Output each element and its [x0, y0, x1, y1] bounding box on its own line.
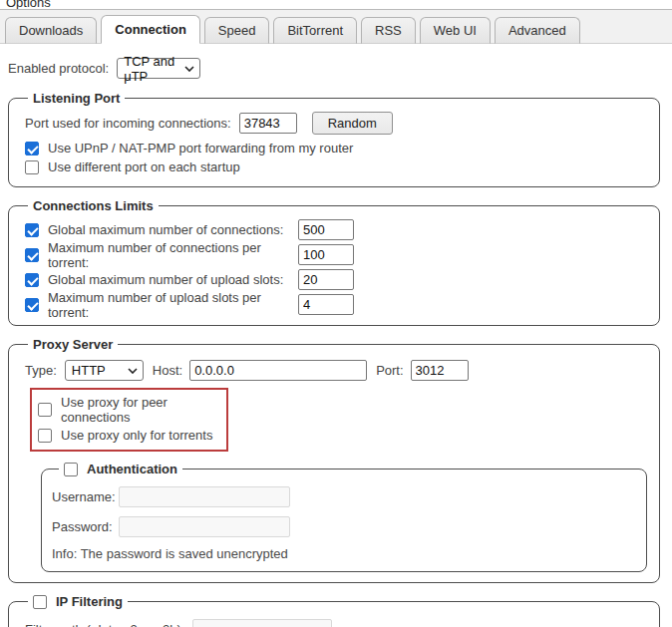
tab-bar: Downloads Connection Speed BitTorrent RS…: [0, 9, 672, 44]
proxy-username-input: [119, 486, 290, 507]
connections-limits-legend: Connections Limits: [28, 198, 159, 213]
proxy-port-input[interactable]: [411, 360, 469, 381]
ip-filtering-checkbox[interactable]: [33, 595, 47, 609]
chevron-down-icon: [184, 66, 194, 72]
proxy-options-highlight-box: Use proxy for peer connections Use proxy…: [30, 388, 228, 452]
limit-row-global-connections: Global maximum number of connections:: [25, 217, 649, 242]
password-info-text: Info: The password is saved unencrypted: [52, 546, 636, 561]
global-upload-slots-label: Global maximum number of upload slots:: [48, 272, 289, 287]
proxy-server-legend: Proxy Server: [28, 337, 118, 352]
tab-advanced[interactable]: Advanced: [495, 17, 580, 44]
ip-filtering-legend-label: IP Filtering: [56, 594, 123, 609]
connection-tab-panel: Enabled protocol: TCP and μTP Listening …: [0, 44, 672, 627]
tab-rss[interactable]: RSS: [361, 17, 416, 44]
proxy-only-torrents-label: Use proxy only for torrents: [61, 428, 212, 443]
random-port-button[interactable]: Random: [312, 112, 393, 135]
connections-limits-section: Connections Limits Global maximum number…: [8, 198, 660, 326]
different-port-checkbox[interactable]: [25, 160, 39, 174]
upnp-checkbox[interactable]: [25, 142, 39, 156]
window-title-bar: Options: [0, 0, 672, 9]
upnp-label: Use UPnP / NAT-PMP port forwarding from …: [48, 141, 353, 156]
limit-row-connections-per-torrent: Maximum number of connections per torren…: [25, 242, 649, 267]
proxy-peer-connections-checkbox[interactable]: [38, 403, 52, 417]
chevron-down-icon: [128, 368, 138, 374]
proxy-authentication-section: Authentication Username: Password: Info:…: [41, 462, 647, 572]
different-port-label: Use different port on each startup: [48, 159, 240, 174]
proxy-only-torrents-checkbox[interactable]: [38, 429, 52, 443]
connections-per-torrent-checkbox[interactable]: [25, 248, 39, 262]
limit-row-global-upload-slots: Global maximum number of upload slots:: [25, 267, 649, 292]
proxy-host-label: Host:: [153, 363, 182, 378]
tab-bittorrent[interactable]: BitTorrent: [273, 17, 357, 44]
global-upload-slots-input[interactable]: [298, 269, 354, 290]
authentication-checkbox[interactable]: [64, 463, 78, 476]
proxy-password-input: [119, 516, 290, 537]
tab-webui[interactable]: Web UI: [420, 17, 491, 44]
global-connections-checkbox[interactable]: [25, 223, 39, 237]
connections-per-torrent-label: Maximum number of connections per torren…: [48, 240, 289, 270]
limit-row-upload-slots-per-torrent: Maximum number of upload slots per torre…: [25, 292, 649, 317]
window-title: Options: [0, 0, 672, 9]
tab-connection[interactable]: Connection: [101, 15, 200, 44]
proxy-password-label: Password:: [52, 519, 119, 534]
proxy-server-section: Proxy Server Type: HTTP Host: Port: Use …: [8, 337, 660, 583]
incoming-port-label: Port used for incoming connections:: [25, 116, 231, 131]
listening-port-legend: Listening Port: [28, 91, 125, 106]
enabled-protocol-value: TCP and μTP: [124, 54, 176, 84]
authentication-legend-label: Authentication: [87, 462, 177, 476]
ip-filtering-legend: IP Filtering: [28, 594, 128, 609]
proxy-type-value: HTTP: [72, 363, 106, 378]
upload-slots-per-torrent-checkbox[interactable]: [25, 298, 39, 312]
ip-filtering-section: IP Filtering Filter path (.dat, .p2p, .p…: [8, 594, 660, 627]
proxy-type-label: Type:: [25, 363, 57, 378]
global-upload-slots-checkbox[interactable]: [25, 273, 39, 287]
enabled-protocol-label: Enabled protocol:: [8, 61, 109, 76]
proxy-username-label: Username:: [52, 489, 119, 504]
tab-speed[interactable]: Speed: [204, 17, 270, 44]
enabled-protocol-select[interactable]: TCP and μTP: [117, 58, 200, 79]
proxy-type-select[interactable]: HTTP: [65, 360, 144, 381]
tab-downloads[interactable]: Downloads: [5, 17, 97, 44]
proxy-host-input[interactable]: [189, 360, 367, 381]
incoming-port-input[interactable]: [239, 113, 297, 134]
connections-per-torrent-input[interactable]: [298, 244, 354, 265]
filter-path-label: Filter path (.dat, .p2p, .p2b):: [25, 622, 184, 627]
proxy-authentication-legend: Authentication: [59, 462, 182, 476]
upload-slots-per-torrent-input[interactable]: [298, 294, 354, 315]
filter-path-input: [192, 619, 332, 627]
proxy-port-label: Port:: [376, 363, 403, 378]
proxy-peer-connections-label: Use proxy for peer connections: [61, 395, 222, 425]
global-connections-input[interactable]: [298, 219, 354, 240]
listening-port-section: Listening Port Port used for incoming co…: [8, 91, 660, 187]
global-connections-label: Global maximum number of connections:: [48, 222, 289, 237]
upload-slots-per-torrent-label: Maximum number of upload slots per torre…: [48, 290, 289, 320]
